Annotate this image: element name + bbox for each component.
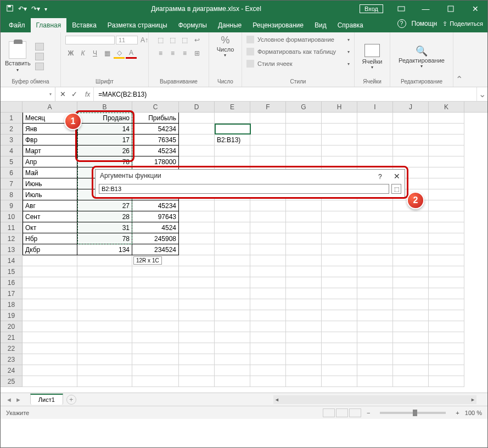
cell[interactable] [286,113,322,124]
cell[interactable] [179,211,215,222]
maximize-icon[interactable] [438,1,463,17]
cell[interactable]: 4524 [132,222,179,233]
row-header[interactable]: 9 [1,200,23,211]
cell[interactable] [357,135,393,145]
cell[interactable] [77,288,132,299]
cell[interactable] [429,233,464,244]
tab-home[interactable]: Главная [31,18,67,32]
format-as-table-button[interactable]: Форматировать как таблицу▾ [246,47,350,57]
cell[interactable] [322,124,357,135]
cell[interactable] [23,288,77,299]
tell-me-icon[interactable]: ? [397,19,406,28]
cell[interactable] [357,310,393,321]
cell[interactable] [23,365,77,376]
dialog-range-input[interactable] [99,184,389,194]
cell[interactable] [77,310,132,321]
cell[interactable]: Апр [23,156,77,167]
cell[interactable] [77,321,132,332]
name-box[interactable]: ▾ [1,87,55,101]
cell[interactable] [286,332,322,343]
cell[interactable]: 76345 [132,135,179,145]
cell[interactable] [215,299,250,310]
cell[interactable] [132,376,179,387]
cell[interactable] [77,354,132,365]
row-header[interactable]: 17 [1,288,23,299]
cell[interactable] [322,244,357,255]
align-right-icon[interactable]: ≡ [180,48,190,59]
col-header[interactable]: D [179,102,215,112]
cell[interactable] [179,255,215,266]
cell[interactable] [393,321,429,332]
row-header[interactable]: 8 [1,189,23,200]
cell[interactable] [393,376,429,387]
cell[interactable] [179,244,215,255]
row-header[interactable]: 11 [1,222,23,233]
cell[interactable] [322,211,357,222]
cell[interactable] [179,124,215,135]
cell[interactable] [215,222,250,233]
wrap-icon[interactable]: ↩ [192,35,203,46]
cell[interactable] [322,332,357,343]
cell[interactable]: Дкбр [23,244,77,255]
cell[interactable]: Фвр [23,135,77,145]
cell[interactable] [322,266,357,277]
cell[interactable] [215,365,250,376]
cell[interactable] [77,332,132,343]
cell[interactable] [357,277,393,288]
align-bot-icon[interactable]: ⬚ [180,35,190,46]
cell[interactable] [215,156,250,167]
border-icon[interactable]: ▦ [102,48,113,59]
cell[interactable] [286,376,322,387]
cell[interactable] [322,233,357,244]
cell[interactable] [250,135,286,145]
cell[interactable] [357,233,393,244]
format-painter-icon[interactable] [35,63,44,70]
minimize-icon[interactable]: — [413,1,438,17]
cell[interactable]: 45234 [132,145,179,156]
cell[interactable] [286,277,322,288]
cell[interactable] [215,244,250,255]
cell[interactable] [322,145,357,156]
cell[interactable] [322,200,357,211]
copy-icon[interactable] [35,53,44,60]
save-icon[interactable] [6,4,14,14]
cell[interactable] [322,255,357,266]
cell[interactable] [357,365,393,376]
cell[interactable] [179,145,215,156]
cell[interactable] [429,266,464,277]
tell-me-label[interactable]: Помощн [412,20,437,27]
row-header[interactable]: 13 [1,244,23,255]
cell[interactable] [286,200,322,211]
page-layout-view-icon[interactable] [336,408,348,417]
cell[interactable] [215,211,250,222]
dialog-help-icon[interactable]: ? [378,173,382,181]
col-header[interactable]: B [77,102,132,112]
cell[interactable] [322,310,357,321]
col-header[interactable]: I [357,102,393,112]
collapse-ribbon-icon[interactable]: ⌃ [453,32,464,87]
cell[interactable] [132,343,179,354]
cell[interactable]: Авг [23,200,77,211]
cell[interactable] [429,124,464,135]
cell[interactable] [393,299,429,310]
cell[interactable] [132,365,179,376]
cell[interactable] [250,365,286,376]
cell[interactable] [429,189,464,200]
cell[interactable] [429,145,464,156]
cell[interactable]: 14 [77,124,132,135]
cell[interactable] [77,266,132,277]
enter-icon[interactable]: ✓ [71,90,77,98]
cell[interactable] [215,266,250,277]
normal-view-icon[interactable] [323,408,335,417]
cell[interactable] [179,343,215,354]
zoom-out-icon[interactable]: − [367,410,370,416]
cell[interactable] [393,135,429,145]
cell[interactable] [322,222,357,233]
cell[interactable] [286,310,322,321]
cell[interactable] [77,365,132,376]
tab-help[interactable]: Справка [332,18,369,32]
cell[interactable] [23,332,77,343]
col-header[interactable]: A [23,102,77,112]
cell[interactable] [322,321,357,332]
row-header[interactable]: 21 [1,332,23,343]
